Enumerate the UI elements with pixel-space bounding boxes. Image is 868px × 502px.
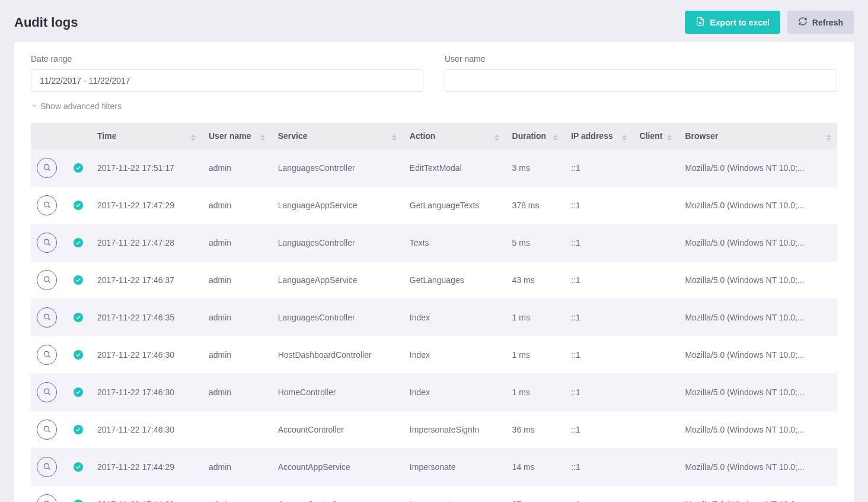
column-header-duration[interactable]: Duration: [505, 123, 564, 150]
cell-action: Impersonate: [403, 486, 505, 503]
row-detail-button[interactable]: [37, 195, 57, 215]
cell-browser: Mozilla/5.0 (Windows NT 10.0;...: [678, 150, 837, 187]
column-header-ip[interactable]: IP address: [564, 123, 632, 150]
row-detail-button[interactable]: [37, 494, 57, 502]
check-circle-icon: [74, 500, 83, 502]
username-filter-label: User name: [445, 54, 837, 63]
cell-client: [633, 449, 678, 486]
refresh-icon: [798, 17, 808, 28]
svg-point-10: [44, 351, 49, 356]
cell-client: [633, 150, 678, 187]
cell-user: admin: [202, 224, 271, 262]
cell-ip: ::1: [564, 411, 632, 449]
refresh-button[interactable]: Refresh: [787, 11, 854, 34]
svg-line-13: [49, 393, 50, 395]
table-row: 2017-11-22 17:44:29adminAccountControlle…: [31, 486, 837, 503]
table-row: 2017-11-22 17:44:29adminAccountAppServic…: [31, 449, 837, 486]
row-detail-button[interactable]: [37, 420, 57, 440]
table-row: 2017-11-22 17:46:30adminHostDashboardCon…: [31, 336, 837, 374]
cell-ip: ::1: [564, 374, 632, 411]
check-circle-icon: [74, 462, 83, 472]
column-header-time[interactable]: Time: [90, 123, 202, 150]
cell-user: admin: [202, 336, 271, 374]
cell-browser: Mozilla/5.0 (Windows NT 10.0;...: [678, 262, 837, 299]
cell-browser: Mozilla/5.0 (Windows NT 10.0;...: [678, 486, 837, 503]
cell-ip: ::1: [564, 336, 632, 374]
cell-service: HostDashboardController: [271, 336, 403, 374]
cell-ip: ::1: [564, 224, 632, 262]
cell-browser: Mozilla/5.0 (Windows NT 10.0;...: [678, 449, 837, 486]
cell-action: Index: [403, 336, 505, 374]
svg-point-6: [44, 277, 49, 281]
svg-point-2: [44, 202, 49, 206]
cell-client: [633, 336, 678, 374]
svg-line-1: [49, 169, 50, 170]
svg-point-16: [44, 463, 49, 468]
cell-time: 2017-11-22 17:47:29: [90, 187, 202, 224]
check-circle-icon: [74, 275, 83, 285]
cell-duration: 1 ms: [505, 336, 564, 374]
row-detail-button[interactable]: [37, 158, 57, 178]
row-detail-button[interactable]: [37, 307, 57, 328]
cell-duration: 378 ms: [505, 187, 564, 224]
cell-browser: Mozilla/5.0 (Windows NT 10.0;...: [678, 224, 837, 262]
column-header-action[interactable]: Action: [403, 123, 505, 150]
cell-browser: Mozilla/5.0 (Windows NT 10.0;...: [678, 187, 837, 224]
cell-user: admin: [202, 449, 271, 486]
svg-line-15: [49, 430, 50, 432]
audit-table: Time User name Service Action Duration I…: [31, 123, 837, 502]
row-detail-button[interactable]: [37, 270, 57, 290]
cell-time: 2017-11-22 17:46:30: [90, 336, 202, 374]
table-row: 2017-11-22 17:51:17adminLanguagesControl…: [31, 150, 837, 187]
svg-line-17: [49, 468, 50, 469]
check-circle-icon: [74, 313, 83, 322]
svg-point-0: [44, 164, 49, 169]
table-row: 2017-11-22 17:46:30adminHomeControllerIn…: [31, 374, 837, 411]
row-detail-button[interactable]: [37, 233, 57, 253]
cell-time: 2017-11-22 17:51:17: [90, 150, 202, 187]
row-detail-button[interactable]: [37, 457, 57, 477]
row-detail-button[interactable]: [37, 345, 57, 365]
svg-line-5: [49, 243, 50, 245]
cell-time: 2017-11-22 17:44:29: [90, 486, 202, 503]
cell-service: LanguageAppService: [271, 187, 403, 224]
cell-ip: ::1: [564, 299, 632, 336]
cell-user: admin: [202, 262, 271, 299]
svg-point-8: [44, 314, 49, 319]
cell-duration: 1 ms: [505, 299, 564, 336]
cell-time: 2017-11-22 17:44:29: [90, 449, 202, 486]
row-detail-button[interactable]: [37, 382, 57, 402]
svg-point-14: [44, 426, 49, 431]
cell-time: 2017-11-22 17:46:37: [90, 262, 202, 299]
username-filter-input[interactable]: [445, 69, 837, 92]
cell-duration: 14 ms: [505, 449, 564, 486]
cell-action: Index: [403, 299, 505, 336]
cell-client: [633, 262, 678, 299]
cell-time: 2017-11-22 17:46:30: [90, 374, 202, 411]
column-header-service[interactable]: Service: [271, 123, 403, 150]
search-icon: [43, 387, 51, 398]
cell-action: ImpersonateSignIn: [403, 411, 505, 449]
cell-duration: 3 ms: [505, 150, 564, 187]
cell-browser: Mozilla/5.0 (Windows NT 10.0;...: [678, 336, 837, 374]
cell-duration: 36 ms: [505, 411, 564, 449]
check-circle-icon: [74, 425, 83, 434]
cell-ip: ::1: [564, 486, 632, 503]
advanced-filters-toggle[interactable]: Show advanced filters: [31, 101, 122, 111]
search-icon: [43, 313, 51, 323]
cell-action: Texts: [403, 224, 505, 262]
date-range-label: Date range: [31, 54, 423, 63]
column-header-detail: [31, 123, 66, 150]
table-row: 2017-11-22 17:46:35adminLanguagesControl…: [31, 299, 837, 336]
svg-line-11: [49, 355, 50, 357]
check-circle-icon: [74, 163, 83, 173]
column-header-username[interactable]: User name: [202, 123, 271, 150]
cell-duration: 1 ms: [505, 374, 564, 411]
cell-service: AccountController: [271, 486, 403, 503]
column-header-browser[interactable]: Browser: [678, 123, 837, 150]
date-range-input[interactable]: [31, 69, 423, 92]
cell-action: Impersonate: [403, 449, 505, 486]
export-excel-button[interactable]: Export to excel: [685, 11, 780, 34]
check-circle-icon: [74, 387, 83, 397]
column-header-client[interactable]: Client: [633, 123, 678, 150]
